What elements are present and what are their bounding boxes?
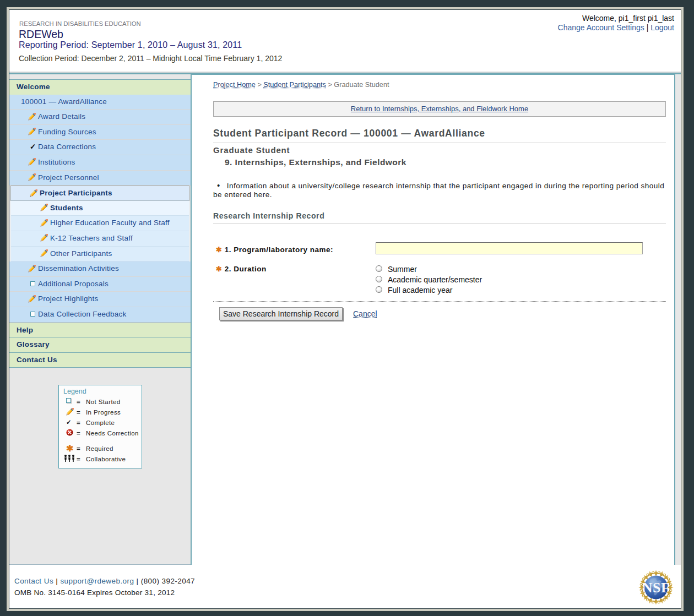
svg-text:NSF: NSF [642,580,670,596]
